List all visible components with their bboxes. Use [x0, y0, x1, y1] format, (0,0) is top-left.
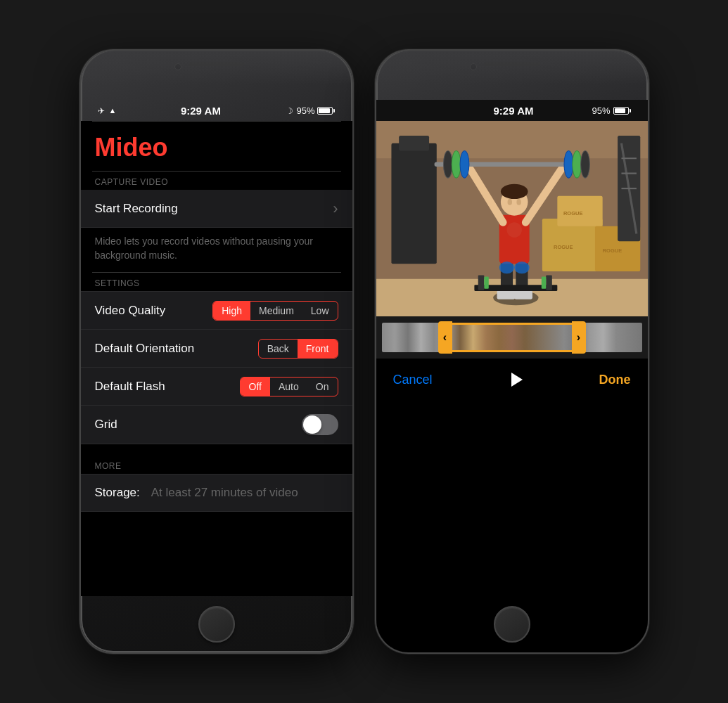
- video-quality-medium[interactable]: Medium: [250, 302, 302, 320]
- timeline-area: [376, 316, 648, 359]
- svg-rect-39: [478, 275, 484, 290]
- app-description: Mideo lets you record videos without pau…: [81, 228, 352, 272]
- capture-video-section-label: CAPTURE VIDEO: [81, 172, 352, 190]
- timeline-handle-right[interactable]: [572, 321, 586, 354]
- status-time: 9:29 AM: [181, 105, 221, 117]
- video-quality-control[interactable]: High Medium Low: [212, 301, 338, 321]
- wifi-icon: ▲: [109, 106, 116, 115]
- moon-icon: [286, 105, 293, 116]
- handle-arrow-left-icon: [443, 331, 447, 344]
- play-button[interactable]: [503, 367, 528, 392]
- flash-control[interactable]: Off Auto On: [240, 377, 338, 396]
- svg-text:ROGUE: ROGUE: [563, 210, 582, 217]
- status-bar: ▲ 9:29 AM 95%: [81, 100, 352, 121]
- svg-rect-3: [391, 143, 436, 264]
- video-quality-row: Video Quality High Medium Low: [81, 292, 352, 330]
- chevron-right-icon: [333, 200, 338, 218]
- svg-point-26: [443, 151, 452, 179]
- svg-point-35: [516, 199, 521, 205]
- orientation-control[interactable]: Back Front: [258, 339, 338, 359]
- speaker-grill: [189, 62, 245, 66]
- grid-toggle[interactable]: [302, 414, 338, 435]
- phone2-battery-icon: [613, 107, 631, 115]
- done-button[interactable]: Done: [599, 373, 631, 387]
- phones-container: ▲ 9:29 AM 95% Mideo: [79, 49, 649, 654]
- video-quality-high[interactable]: High: [213, 302, 250, 320]
- svg-point-29: [563, 151, 573, 179]
- battery-icon: [317, 107, 335, 115]
- phone1-screen: Mideo CAPTURE VIDEO Start Recording Mide…: [81, 121, 352, 596]
- orientation-front[interactable]: Front: [298, 340, 338, 358]
- phone2-top: [376, 51, 648, 100]
- svg-rect-20: [514, 290, 532, 299]
- svg-point-22: [506, 222, 521, 237]
- svg-rect-42: [541, 277, 545, 289]
- svg-point-33: [500, 184, 528, 199]
- storage-label: Storage:: [95, 486, 140, 500]
- settings-block: Video Quality High Medium Low Default Or…: [81, 291, 352, 444]
- settings-section-label: SETTINGS: [81, 273, 352, 291]
- app-title-area: Mideo: [81, 122, 352, 171]
- phone2-speaker: [484, 62, 540, 66]
- start-recording-label: Start Recording: [95, 202, 178, 216]
- flash-off[interactable]: Off: [241, 378, 270, 396]
- flash-auto[interactable]: Auto: [270, 378, 307, 396]
- svg-point-28: [460, 151, 469, 179]
- cancel-button[interactable]: Cancel: [393, 373, 433, 387]
- video-quality-low[interactable]: Low: [302, 302, 338, 320]
- phone2-home-button[interactable]: [494, 606, 530, 643]
- phone2-front-camera: [470, 63, 477, 70]
- status-left: ▲: [98, 105, 116, 116]
- svg-rect-40: [546, 275, 552, 290]
- spacer: [81, 444, 352, 456]
- phone2-side-right: [648, 191, 649, 233]
- timeline-strip[interactable]: [382, 323, 642, 352]
- phone2-status-time: 9:29 AM: [494, 105, 534, 117]
- home-button[interactable]: [198, 606, 235, 643]
- svg-rect-4: [399, 136, 429, 150]
- screen-fill-2: [376, 401, 648, 596]
- phone2-screen: ROGUE ROGUE ROGUE: [376, 121, 648, 596]
- video-quality-label: Video Quality: [95, 304, 166, 318]
- status-right: 95%: [286, 105, 335, 116]
- side-button-right: [352, 191, 354, 233]
- default-flash-label: Default Flash: [95, 380, 165, 394]
- airplane-icon: [98, 105, 105, 116]
- grid-row: Grid: [81, 406, 352, 444]
- app-title: Mideo: [95, 133, 338, 162]
- storage-value: At least 27 minutes of video: [151, 486, 298, 500]
- handle-arrow-right-icon: [577, 331, 580, 344]
- svg-point-27: [452, 151, 461, 179]
- svg-rect-19: [497, 290, 515, 299]
- phone2-battery-percent: 95%: [592, 105, 610, 116]
- phone-1: ▲ 9:29 AM 95% Mideo: [79, 49, 354, 654]
- default-flash-row: Default Flash Off Auto On: [81, 368, 352, 406]
- front-camera: [174, 63, 181, 70]
- storage-row: Storage: At least 27 minutes of video: [81, 474, 352, 512]
- svg-point-37: [514, 262, 529, 273]
- svg-text:ROGUE: ROGUE: [602, 247, 622, 254]
- timeline-handle-left[interactable]: [438, 321, 452, 354]
- phone2-power-button[interactable]: [648, 191, 649, 233]
- flash-on[interactable]: On: [307, 378, 338, 396]
- phone2-status-bar: 9:29 AM 95%: [376, 100, 648, 121]
- video-area: ROGUE ROGUE ROGUE: [376, 121, 648, 316]
- toggle-thumb: [303, 415, 321, 434]
- battery-percent: 95%: [296, 105, 314, 116]
- orientation-back[interactable]: Back: [259, 340, 298, 358]
- start-recording-row[interactable]: Start Recording: [81, 190, 352, 228]
- phone2-status-right: 95%: [592, 105, 630, 116]
- more-section-label: MORE: [81, 456, 352, 474]
- svg-point-34: [507, 199, 511, 205]
- phone-top: [81, 51, 352, 100]
- power-button[interactable]: [352, 191, 354, 233]
- video-frame: ROGUE ROGUE ROGUE: [376, 121, 648, 316]
- default-orientation-row: Default Orientation Back Front: [81, 330, 352, 368]
- svg-point-36: [499, 262, 513, 273]
- phone2-bottom: [376, 596, 648, 652]
- grid-label: Grid: [95, 418, 117, 432]
- svg-point-31: [580, 151, 589, 179]
- phone-bottom: [81, 596, 352, 652]
- play-icon: [511, 373, 523, 387]
- svg-rect-41: [484, 277, 488, 289]
